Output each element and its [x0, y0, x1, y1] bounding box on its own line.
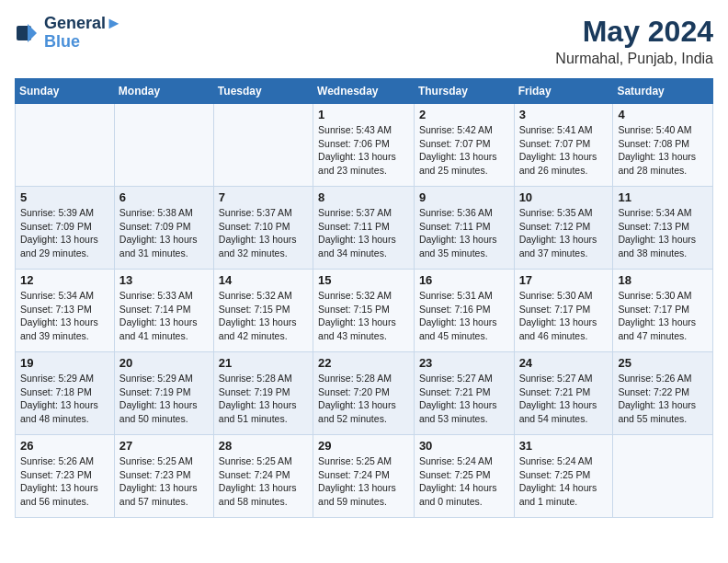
- header-monday: Monday: [114, 79, 213, 104]
- day-number: 13: [119, 273, 209, 287]
- week-row-5: 26Sunrise: 5:26 AM Sunset: 7:23 PM Dayli…: [16, 435, 713, 518]
- header-saturday: Saturday: [613, 79, 713, 104]
- day-number: 16: [419, 273, 509, 287]
- day-cell-2-0: 12Sunrise: 5:34 AM Sunset: 7:13 PM Dayli…: [16, 270, 115, 352]
- day-info: Sunrise: 5:24 AM Sunset: 7:25 PM Dayligh…: [519, 454, 609, 509]
- day-cell-4-4: 30Sunrise: 5:24 AM Sunset: 7:25 PM Dayli…: [414, 435, 514, 518]
- day-info: Sunrise: 5:37 AM Sunset: 7:11 PM Dayligh…: [318, 206, 409, 260]
- day-number: 22: [318, 356, 409, 370]
- day-number: 23: [419, 356, 509, 370]
- day-info: Sunrise: 5:35 AM Sunset: 7:12 PM Dayligh…: [519, 206, 609, 260]
- week-row-1: 1Sunrise: 5:43 AM Sunset: 7:06 PM Daylig…: [16, 104, 713, 187]
- day-info: Sunrise: 5:26 AM Sunset: 7:23 PM Dayligh…: [20, 454, 109, 509]
- day-info: Sunrise: 5:27 AM Sunset: 7:21 PM Dayligh…: [519, 372, 609, 426]
- day-info: Sunrise: 5:25 AM Sunset: 7:24 PM Dayligh…: [219, 454, 308, 509]
- day-cell-2-5: 17Sunrise: 5:30 AM Sunset: 7:17 PM Dayli…: [514, 270, 613, 352]
- day-cell-0-1: [114, 104, 213, 187]
- day-info: Sunrise: 5:27 AM Sunset: 7:21 PM Dayligh…: [419, 372, 509, 426]
- calendar-table: Sunday Monday Tuesday Wednesday Thursday…: [15, 78, 713, 518]
- day-cell-0-4: 2Sunrise: 5:42 AM Sunset: 7:07 PM Daylig…: [414, 104, 514, 187]
- day-info: Sunrise: 5:28 AM Sunset: 7:19 PM Dayligh…: [219, 372, 308, 426]
- day-info: Sunrise: 5:38 AM Sunset: 7:09 PM Dayligh…: [119, 206, 209, 260]
- day-cell-0-6: 4Sunrise: 5:40 AM Sunset: 7:08 PM Daylig…: [613, 104, 713, 187]
- day-info: Sunrise: 5:40 AM Sunset: 7:08 PM Dayligh…: [618, 123, 708, 178]
- day-info: Sunrise: 5:34 AM Sunset: 7:13 PM Dayligh…: [20, 289, 109, 343]
- day-info: Sunrise: 5:42 AM Sunset: 7:07 PM Dayligh…: [419, 123, 509, 178]
- day-cell-1-5: 10Sunrise: 5:35 AM Sunset: 7:12 PM Dayli…: [514, 187, 613, 270]
- day-number: 8: [318, 190, 409, 204]
- day-cell-0-0: [16, 104, 115, 187]
- header-thursday: Thursday: [414, 79, 514, 104]
- day-info: Sunrise: 5:25 AM Sunset: 7:24 PM Dayligh…: [318, 454, 409, 509]
- day-cell-1-4: 9Sunrise: 5:36 AM Sunset: 7:11 PM Daylig…: [414, 187, 514, 270]
- day-number: 6: [119, 190, 209, 204]
- day-cell-3-2: 21Sunrise: 5:28 AM Sunset: 7:19 PM Dayli…: [213, 352, 313, 435]
- week-row-4: 19Sunrise: 5:29 AM Sunset: 7:18 PM Dayli…: [16, 352, 713, 435]
- day-cell-0-2: [213, 104, 313, 187]
- day-cell-4-5: 31Sunrise: 5:24 AM Sunset: 7:25 PM Dayli…: [514, 435, 613, 518]
- day-number: 31: [519, 439, 609, 453]
- day-cell-4-3: 29Sunrise: 5:25 AM Sunset: 7:24 PM Dayli…: [313, 435, 415, 518]
- day-number: 30: [419, 439, 509, 453]
- day-number: 19: [20, 356, 109, 370]
- day-info: Sunrise: 5:43 AM Sunset: 7:06 PM Dayligh…: [318, 123, 409, 178]
- day-number: 29: [318, 439, 409, 453]
- day-cell-4-6: [613, 435, 713, 518]
- day-info: Sunrise: 5:24 AM Sunset: 7:25 PM Dayligh…: [419, 454, 509, 509]
- day-number: 15: [318, 273, 409, 287]
- day-number: 10: [519, 190, 609, 204]
- day-cell-0-3: 1Sunrise: 5:43 AM Sunset: 7:06 PM Daylig…: [313, 104, 415, 187]
- day-cell-2-2: 14Sunrise: 5:32 AM Sunset: 7:15 PM Dayli…: [213, 270, 313, 352]
- day-info: Sunrise: 5:26 AM Sunset: 7:22 PM Dayligh…: [618, 372, 708, 426]
- header-friday: Friday: [514, 79, 613, 104]
- day-number: 4: [618, 108, 708, 121]
- day-cell-0-5: 3Sunrise: 5:41 AM Sunset: 7:07 PM Daylig…: [514, 104, 613, 187]
- day-cell-3-4: 23Sunrise: 5:27 AM Sunset: 7:21 PM Dayli…: [414, 352, 514, 435]
- calendar-header-row: Sunday Monday Tuesday Wednesday Thursday…: [16, 79, 713, 104]
- day-cell-1-1: 6Sunrise: 5:38 AM Sunset: 7:09 PM Daylig…: [114, 187, 213, 270]
- svg-marker-1: [28, 24, 37, 42]
- day-number: 28: [219, 439, 308, 453]
- day-cell-2-4: 16Sunrise: 5:31 AM Sunset: 7:16 PM Dayli…: [414, 270, 514, 352]
- day-number: 5: [20, 190, 109, 204]
- day-info: Sunrise: 5:37 AM Sunset: 7:10 PM Dayligh…: [219, 206, 308, 260]
- day-info: Sunrise: 5:41 AM Sunset: 7:07 PM Dayligh…: [519, 123, 609, 178]
- day-number: 14: [219, 273, 308, 287]
- day-number: 17: [519, 273, 609, 287]
- day-info: Sunrise: 5:29 AM Sunset: 7:18 PM Dayligh…: [20, 372, 109, 426]
- day-info: Sunrise: 5:32 AM Sunset: 7:15 PM Dayligh…: [219, 289, 308, 343]
- day-info: Sunrise: 5:28 AM Sunset: 7:20 PM Dayligh…: [318, 372, 409, 426]
- day-cell-1-6: 11Sunrise: 5:34 AM Sunset: 7:13 PM Dayli…: [613, 187, 713, 270]
- day-cell-1-0: 5Sunrise: 5:39 AM Sunset: 7:09 PM Daylig…: [16, 187, 115, 270]
- day-number: 3: [519, 108, 609, 121]
- day-cell-4-1: 27Sunrise: 5:25 AM Sunset: 7:23 PM Dayli…: [114, 435, 213, 518]
- day-info: Sunrise: 5:39 AM Sunset: 7:09 PM Dayligh…: [20, 206, 109, 260]
- month-year-title: May 2024: [555, 15, 713, 49]
- day-number: 21: [219, 356, 308, 370]
- day-cell-1-2: 7Sunrise: 5:37 AM Sunset: 7:10 PM Daylig…: [213, 187, 313, 270]
- logo-icon: [15, 20, 40, 46]
- day-info: Sunrise: 5:32 AM Sunset: 7:15 PM Dayligh…: [318, 289, 409, 343]
- day-cell-3-0: 19Sunrise: 5:29 AM Sunset: 7:18 PM Dayli…: [16, 352, 115, 435]
- day-info: Sunrise: 5:33 AM Sunset: 7:14 PM Dayligh…: [119, 289, 209, 343]
- day-info: Sunrise: 5:25 AM Sunset: 7:23 PM Dayligh…: [119, 454, 209, 509]
- header-tuesday: Tuesday: [213, 79, 313, 104]
- day-number: 9: [419, 190, 509, 204]
- logo: General► Blue: [15, 15, 122, 52]
- header-wednesday: Wednesday: [313, 79, 415, 104]
- location-subtitle: Nurmahal, Punjab, India: [555, 51, 713, 67]
- logo-text: General► Blue: [44, 15, 122, 52]
- day-info: Sunrise: 5:31 AM Sunset: 7:16 PM Dayligh…: [419, 289, 509, 343]
- day-number: 26: [20, 439, 109, 453]
- week-row-2: 5Sunrise: 5:39 AM Sunset: 7:09 PM Daylig…: [16, 187, 713, 270]
- day-info: Sunrise: 5:34 AM Sunset: 7:13 PM Dayligh…: [618, 206, 708, 260]
- day-number: 11: [618, 190, 708, 204]
- day-number: 24: [519, 356, 609, 370]
- day-cell-2-6: 18Sunrise: 5:30 AM Sunset: 7:17 PM Dayli…: [613, 270, 713, 352]
- day-number: 20: [119, 356, 209, 370]
- day-info: Sunrise: 5:30 AM Sunset: 7:17 PM Dayligh…: [618, 289, 708, 343]
- day-number: 27: [119, 439, 209, 453]
- day-cell-4-2: 28Sunrise: 5:25 AM Sunset: 7:24 PM Dayli…: [213, 435, 313, 518]
- day-number: 18: [618, 273, 708, 287]
- day-info: Sunrise: 5:36 AM Sunset: 7:11 PM Dayligh…: [419, 206, 509, 260]
